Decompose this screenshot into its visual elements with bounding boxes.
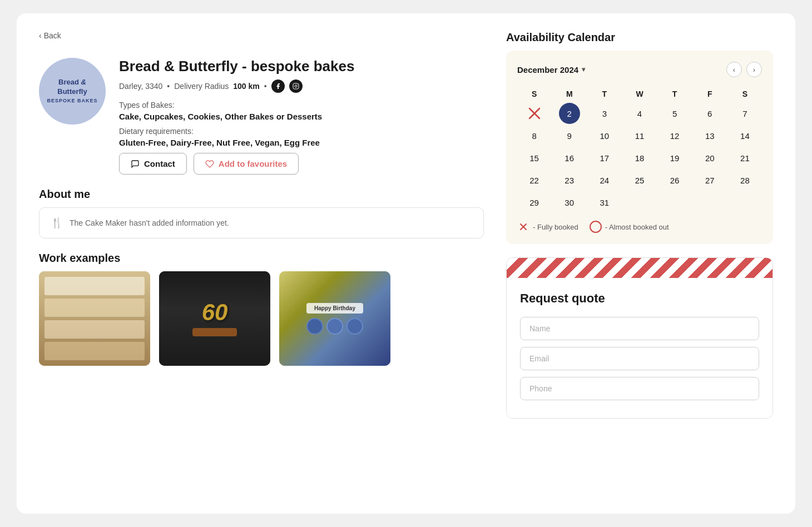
fully-booked-icon: [517, 221, 529, 233]
calendar-day-27[interactable]: 27: [699, 170, 720, 191]
work-examples-grid: 60 Happy Birthday: [39, 271, 484, 366]
calendar-day-20[interactable]: 20: [699, 147, 720, 168]
calendar-day-10[interactable]: 10: [594, 125, 615, 146]
work-image-2[interactable]: 60: [159, 271, 270, 366]
next-month-button[interactable]: ›: [746, 62, 762, 77]
quote-body: Request quote: [507, 278, 773, 418]
contact-button[interactable]: Contact: [119, 153, 187, 175]
heart-icon: [205, 160, 214, 168]
contact-label: Contact: [144, 159, 175, 168]
back-button[interactable]: ‹ Back: [39, 31, 484, 40]
spoon-icon: 🍴: [51, 217, 63, 229]
calendar-day-1[interactable]: 1: [524, 103, 545, 124]
calendar-box: December 2024 ▾ ‹ › S M T W T F: [506, 51, 773, 244]
calendar-day-7[interactable]: 7: [734, 103, 755, 124]
calendar-day-30[interactable]: 30: [559, 192, 580, 213]
calendar-day-3[interactable]: 3: [594, 103, 615, 124]
day-header-thu: T: [658, 86, 692, 102]
types-section: Types of Bakes: Cake, Cupcakes, Cookies,…: [119, 101, 484, 121]
calendar-day-11[interactable]: 11: [629, 125, 650, 146]
calendar-day-19[interactable]: 19: [664, 147, 685, 168]
calendar-day-16[interactable]: 16: [559, 147, 580, 168]
back-label: Back: [44, 31, 61, 40]
calendar-day-empty-1: [629, 192, 650, 213]
svg-point-2: [297, 84, 298, 85]
work-examples-section: Work examples 60: [39, 252, 484, 366]
calendar-day-17[interactable]: 17: [594, 147, 615, 168]
request-quote-section: Request quote: [506, 257, 773, 419]
quote-banner: [507, 258, 773, 278]
calendar-day-5[interactable]: 5: [664, 103, 685, 124]
calendar-day-13[interactable]: 13: [699, 125, 720, 146]
action-buttons: Contact Add to favourites: [119, 153, 484, 175]
business-title: Bread & Butterfly - bespoke bakes: [119, 58, 484, 75]
facebook-icon[interactable]: [271, 79, 285, 93]
calendar-section: Availability Calendar December 2024 ▾ ‹ …: [506, 31, 773, 244]
svg-rect-0: [293, 83, 299, 89]
calendar-day-28[interactable]: 28: [734, 170, 755, 191]
calendar-header: December 2024 ▾ ‹ ›: [517, 62, 762, 77]
calendar-day-12[interactable]: 12: [664, 125, 685, 146]
month-selector[interactable]: December 2024 ▾: [517, 65, 585, 74]
calendar-day-31[interactable]: 31: [594, 192, 615, 213]
instagram-icon[interactable]: [289, 79, 303, 93]
add-to-favourites-button[interactable]: Add to favourites: [194, 153, 299, 175]
legend-fully-booked-label: - Fully booked: [533, 223, 578, 231]
calendar-nav: ‹ ›: [726, 62, 762, 77]
email-input[interactable]: [520, 347, 759, 370]
dietary-value: Gluten-Free, Dairy-Free, Nut Free, Vegan…: [119, 138, 484, 147]
calendar-day-14[interactable]: 14: [734, 125, 755, 146]
prev-month-button[interactable]: ‹: [726, 62, 742, 77]
day-header-fri: F: [693, 86, 727, 102]
phone-input[interactable]: [520, 377, 759, 400]
day-header-mon: M: [552, 86, 586, 102]
dietary-label: Dietary requirements:: [119, 127, 484, 136]
chat-icon: [131, 160, 140, 168]
right-column: Availability Calendar December 2024 ▾ ‹ …: [506, 31, 773, 496]
day-header-wed: W: [622, 86, 656, 102]
quote-title: Request quote: [520, 291, 759, 306]
profile-header: Bread & Butterfly BESPOKE BAKES Bread & …: [39, 58, 484, 175]
calendar-day-6[interactable]: 6: [699, 103, 720, 124]
calendar-title: Availability Calendar: [506, 31, 773, 44]
about-placeholder: The Cake Maker hasn't added information …: [70, 218, 229, 227]
name-input[interactable]: [520, 317, 759, 340]
calendar-day-8[interactable]: 8: [524, 125, 545, 146]
left-column: ‹ Back Bread & Butterfly BESPOKE BAKES B…: [39, 31, 484, 496]
calendar-day-empty-4: [734, 192, 755, 213]
calendar-day-18[interactable]: 18: [629, 147, 650, 168]
almost-booked-icon: [590, 221, 602, 233]
types-value: Cake, Cupcakes, Cookies, Other Bakes or …: [119, 112, 484, 121]
work-image-3[interactable]: Happy Birthday: [279, 271, 390, 366]
about-box: 🍴 The Cake Maker hasn't added informatio…: [39, 207, 484, 238]
work-image-1[interactable]: [39, 271, 150, 366]
calendar-day-empty-2: [664, 192, 685, 213]
calendar-day-23[interactable]: 23: [559, 170, 580, 191]
legend-fully-booked: - Fully booked: [517, 221, 578, 233]
chevron-down-icon: ▾: [582, 66, 585, 73]
calendar-day-24[interactable]: 24: [594, 170, 615, 191]
social-icons: [271, 79, 303, 93]
calendar-day-2[interactable]: 2: [559, 103, 580, 124]
chevron-left-icon: ‹: [39, 31, 42, 40]
calendar-day-25[interactable]: 25: [629, 170, 650, 191]
avatar: Bread & Butterfly BESPOKE BAKES: [39, 58, 106, 125]
favourite-label: Add to favourites: [219, 159, 287, 168]
dietary-section: Dietary requirements: Gluten-Free, Dairy…: [119, 127, 484, 147]
calendar-day-29[interactable]: 29: [524, 192, 545, 213]
page-container: ‹ Back Bread & Butterfly BESPOKE BAKES B…: [17, 13, 795, 514]
about-section: About me 🍴 The Cake Maker hasn't added i…: [39, 188, 484, 238]
work-examples-title: Work examples: [39, 252, 484, 265]
calendar-legend: - Fully booked - Almost booked out: [517, 221, 762, 233]
calendar-day-26[interactable]: 26: [664, 170, 685, 191]
calendar-day-15[interactable]: 15: [524, 147, 545, 168]
calendar-day-22[interactable]: 22: [524, 170, 545, 191]
calendar-day-21[interactable]: 21: [734, 147, 755, 168]
calendar-day-9[interactable]: 9: [559, 125, 580, 146]
calendar-day-4[interactable]: 4: [629, 103, 650, 124]
location-text: Darley, 3340: [119, 82, 162, 91]
svg-point-1: [295, 85, 297, 87]
day-header-sat: S: [728, 86, 762, 102]
month-label: December 2024: [517, 65, 578, 74]
svg-line-3: [529, 108, 539, 118]
